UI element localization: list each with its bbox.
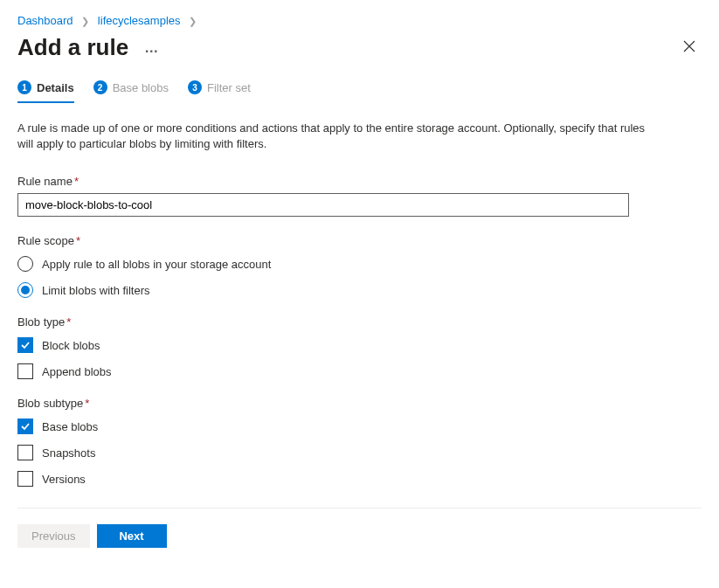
radio-label: Limit blobs with filters <box>42 284 150 297</box>
breadcrumb: Dashboard ❯ lifecyclesamples ❯ <box>17 14 702 27</box>
tab-base-blobs[interactable]: 2 Base blobs <box>93 80 169 103</box>
page-title: Add a rule … <box>17 34 159 61</box>
blob-type-label: Blob type* <box>17 315 702 329</box>
rule-name-label: Rule name* <box>17 175 702 188</box>
checkbox-block-blobs[interactable]: Block blobs <box>17 337 702 353</box>
tab-number-icon: 2 <box>93 80 107 94</box>
radio-label: Apply rule to all blobs in your storage … <box>42 258 271 271</box>
rule-name-input[interactable] <box>17 193 629 217</box>
tab-label: Details <box>37 81 74 94</box>
tab-number-icon: 3 <box>188 80 202 94</box>
tabs: 1 Details 2 Base blobs 3 Filter set <box>17 80 702 103</box>
chevron-right-icon: ❯ <box>81 16 89 27</box>
checkbox-icon <box>17 419 33 434</box>
radio-icon <box>17 282 33 298</box>
checkbox-icon <box>17 445 33 460</box>
close-icon <box>682 39 696 53</box>
checkbox-label: Block blobs <box>42 339 100 352</box>
tab-label: Filter set <box>207 81 251 94</box>
checkbox-icon <box>17 337 33 353</box>
chevron-right-icon: ❯ <box>189 16 197 27</box>
checkbox-versions[interactable]: Versions <box>17 471 702 487</box>
radio-icon <box>17 256 33 272</box>
checkbox-snapshots[interactable]: Snapshots <box>17 445 702 460</box>
close-button[interactable] <box>677 34 702 61</box>
checkbox-label: Append blobs <box>42 365 112 378</box>
more-icon[interactable]: … <box>144 41 159 55</box>
checkbox-label: Base blobs <box>42 420 98 433</box>
tab-label: Base blobs <box>113 81 169 94</box>
tab-filter-set[interactable]: 3 Filter set <box>188 80 251 103</box>
blob-subtype-label: Blob subtype* <box>17 397 702 410</box>
next-button[interactable]: Next <box>97 524 167 548</box>
radio-limit-with-filters[interactable]: Limit blobs with filters <box>17 282 702 298</box>
page-title-text: Add a rule <box>17 34 128 61</box>
checkbox-icon <box>17 363 33 379</box>
description-text: A rule is made up of one or more conditi… <box>17 121 646 152</box>
breadcrumb-dashboard[interactable]: Dashboard <box>17 14 73 27</box>
checkbox-label: Snapshots <box>42 446 95 460</box>
radio-apply-all-blobs[interactable]: Apply rule to all blobs in your storage … <box>17 256 702 272</box>
rule-scope-label: Rule scope* <box>17 234 702 247</box>
breadcrumb-lifecyclesamples[interactable]: lifecyclesamples <box>98 14 181 27</box>
checkbox-label: Versions <box>42 473 86 486</box>
checkbox-append-blobs[interactable]: Append blobs <box>17 363 702 379</box>
checkbox-icon <box>17 471 33 487</box>
divider <box>17 508 702 508</box>
tab-number-icon: 1 <box>17 80 31 94</box>
previous-button[interactable]: Previous <box>17 524 90 548</box>
tab-details[interactable]: 1 Details <box>17 80 74 103</box>
checkbox-base-blobs[interactable]: Base blobs <box>17 419 702 434</box>
